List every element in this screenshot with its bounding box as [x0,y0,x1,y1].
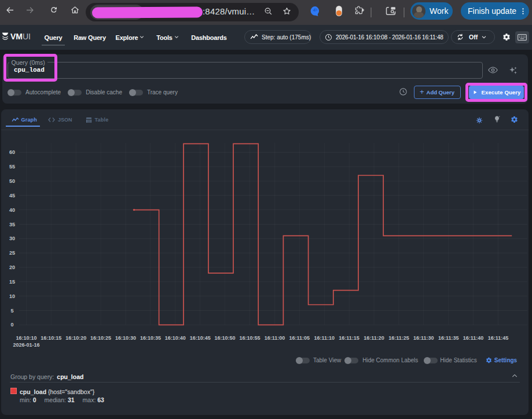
svg-text:5: 5 [10,308,13,314]
svg-text:16:10:55: 16:10:55 [239,335,260,341]
svg-text:50: 50 [9,178,15,184]
svg-text:10: 10 [9,293,15,299]
svg-text:30: 30 [9,236,15,241]
svg-text:16:10:40: 16:10:40 [165,335,186,341]
svg-text:20: 20 [9,264,15,270]
svg-text:45: 45 [9,193,15,199]
svg-text:15: 15 [9,279,15,285]
svg-text:16:10:15: 16:10:15 [41,335,61,341]
svg-text:35: 35 [9,222,15,227]
svg-text:16:11:45: 16:11:45 [488,335,509,341]
svg-text:16:10:20: 16:10:20 [65,335,86,341]
svg-text:16:10:50: 16:10:50 [215,335,236,341]
svg-text:16:11:10: 16:11:10 [314,335,335,341]
svg-text:55: 55 [9,164,15,170]
svg-text:16:10:25: 16:10:25 [90,335,111,341]
svg-text:16:11:35: 16:11:35 [438,335,459,341]
svg-text:2026-01-16: 2026-01-16 [13,342,39,348]
svg-text:16:11:15: 16:11:15 [339,335,359,341]
svg-text:16:11:05: 16:11:05 [289,335,310,341]
svg-text:16:11:30: 16:11:30 [413,335,434,341]
svg-text:16:10:45: 16:10:45 [190,335,211,341]
svg-text:0: 0 [10,322,13,328]
svg-text:25: 25 [9,250,15,256]
svg-text:16:11:20: 16:11:20 [364,335,384,341]
svg-text:60: 60 [9,149,15,155]
svg-text:16:11:40: 16:11:40 [463,335,484,341]
svg-text:16:11:00: 16:11:00 [265,335,285,341]
svg-text:16:11:25: 16:11:25 [388,335,409,341]
svg-text:40: 40 [9,207,15,213]
svg-text:16:10:30: 16:10:30 [115,335,136,341]
svg-text:16:10:35: 16:10:35 [140,335,161,341]
svg-text:16:10:10: 16:10:10 [16,335,36,341]
